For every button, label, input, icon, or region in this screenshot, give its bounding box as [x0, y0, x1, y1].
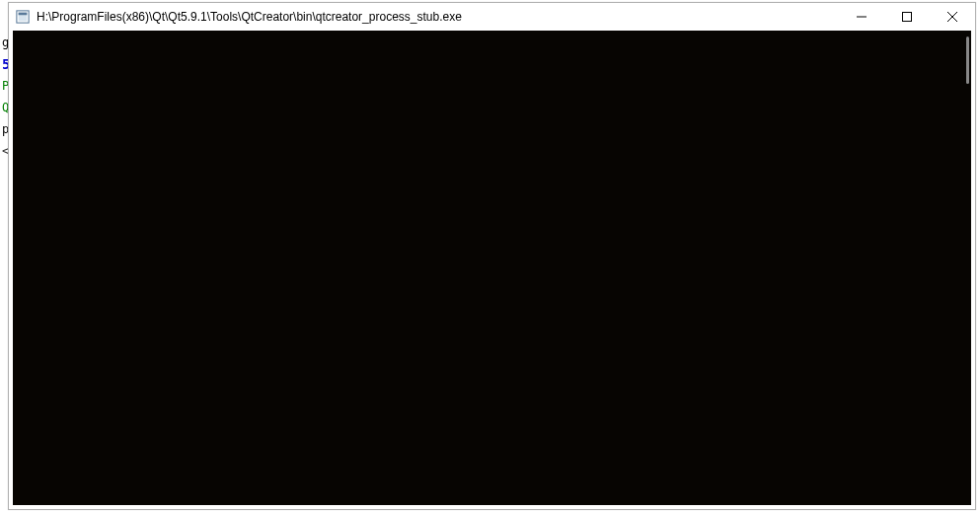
- window-controls: [839, 3, 975, 31]
- titlebar[interactable]: H:\ProgramFiles(x86)\Qt\Qt5.9.1\Tools\Qt…: [9, 3, 975, 31]
- console-output[interactable]: [13, 31, 971, 505]
- console-window: H:\ProgramFiles(x86)\Qt\Qt5.9.1\Tools\Qt…: [8, 2, 976, 510]
- scrollbar-thumb[interactable]: [966, 37, 969, 84]
- window-title: H:\ProgramFiles(x86)\Qt\Qt5.9.1\Tools\Qt…: [37, 10, 839, 24]
- maximize-button[interactable]: [884, 3, 930, 31]
- app-icon: [15, 9, 31, 25]
- close-button[interactable]: [930, 3, 975, 31]
- svg-rect-2: [19, 13, 28, 16]
- svg-rect-4: [903, 13, 912, 22]
- minimize-button[interactable]: [839, 3, 884, 31]
